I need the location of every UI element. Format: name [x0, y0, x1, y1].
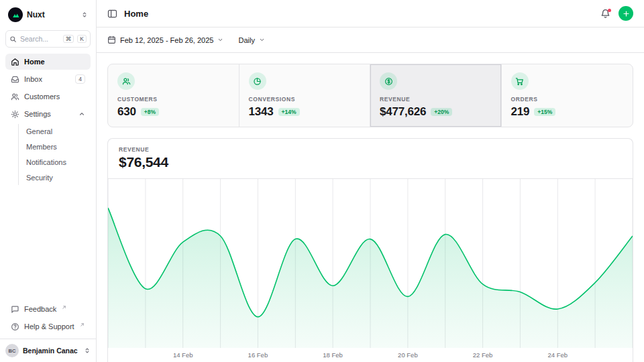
dashboard-app: Nuxt Search... ⌘ K Home	[0, 0, 644, 362]
sidebar-footer: Feedback Help & Support	[0, 298, 96, 339]
sidebar-subitem-label: Security	[26, 174, 53, 182]
svg-text:16 Feb: 16 Feb	[248, 351, 268, 359]
home-icon	[11, 58, 19, 66]
notification-dot	[608, 9, 611, 12]
filter-toolbar: Feb 12, 2025 - Feb 26, 2025 Daily	[97, 27, 644, 53]
workspace-name: Nuxt	[27, 10, 77, 19]
stat-delta-badge: +15%	[534, 108, 555, 117]
stat-label: CONVERSIONS	[249, 96, 361, 103]
svg-text:18 Feb: 18 Feb	[323, 351, 343, 359]
sidebar-item-notifications[interactable]: Notifications	[19, 155, 91, 170]
sidebar-subitem-label: Members	[26, 143, 57, 151]
chevron-down-icon	[217, 37, 223, 43]
message-bubble-icon	[11, 305, 19, 314]
stat-label: REVENUE	[380, 96, 492, 103]
sidebar-nav: Home Inbox 4 Customers Settings	[0, 51, 96, 188]
page-content: CUSTOMERS 630 +8% CONVERSIONS 1343 +14%	[97, 53, 644, 362]
chevron-up-icon	[78, 111, 85, 117]
stat-delta-badge: +20%	[431, 108, 452, 117]
kbd-meta: ⌘	[63, 35, 74, 44]
nuxt-logo-icon	[8, 7, 23, 22]
sidebar-item-security[interactable]: Security	[19, 170, 91, 185]
help-support-link[interactable]: Help & Support	[5, 318, 91, 335]
shopping-cart-icon	[511, 72, 529, 90]
sidebar-subitem-label: General	[26, 127, 52, 135]
avatar: BC	[5, 344, 19, 357]
stat-label: ORDERS	[511, 96, 624, 103]
sidebar-item-home[interactable]: Home	[5, 54, 91, 70]
question-circle-icon	[11, 322, 19, 331]
settings-submenu: General Members Notifications Security	[18, 124, 91, 185]
stat-delta-badge: +8%	[141, 108, 159, 117]
chevron-up-down-icon	[81, 11, 88, 19]
sidebar-item-label: Inbox	[24, 75, 42, 83]
sidebar-subitem-label: Notifications	[26, 158, 66, 166]
circle-dollar-icon	[380, 72, 397, 90]
svg-text:22 Feb: 22 Feb	[473, 351, 493, 359]
sidebar: Nuxt Search... ⌘ K Home	[0, 0, 97, 362]
period-select[interactable]: Daily	[238, 36, 264, 44]
svg-text:20 Feb: 20 Feb	[398, 351, 418, 359]
calendar-icon	[107, 36, 116, 44]
stat-card-revenue[interactable]: REVENUE $477,626 +20%	[370, 64, 502, 127]
chart-current-value: $76,544	[119, 154, 622, 170]
inbox-icon	[11, 75, 19, 84]
gear-icon	[11, 110, 19, 119]
sidebar-item-customers[interactable]: Customers	[5, 88, 91, 105]
svg-text:24 Feb: 24 Feb	[548, 351, 568, 359]
stat-value: $477,626	[380, 105, 426, 119]
user-menu[interactable]: BC Benjamin Canac	[0, 339, 96, 362]
stat-value: 1343	[249, 105, 274, 119]
users-icon	[11, 93, 19, 101]
search-input[interactable]: Search... ⌘ K	[5, 30, 91, 48]
inbox-count-badge: 4	[75, 74, 85, 84]
stat-card-orders[interactable]: ORDERS 219 +15%	[502, 64, 633, 127]
footer-item-label: Help & Support	[24, 322, 74, 330]
period-label: Daily	[238, 36, 254, 44]
stat-value: 219	[511, 105, 530, 119]
chart-header: REVENUE $76,544	[108, 139, 633, 179]
svg-text:14 Feb: 14 Feb	[173, 351, 193, 359]
workspace-switcher[interactable]: Nuxt	[5, 5, 91, 24]
user-name: Benjamin Canac	[23, 347, 80, 355]
main-area: Home Feb 12, 2025 - Feb 26, 2025	[97, 0, 644, 362]
pie-chart-icon	[249, 72, 266, 90]
external-link-icon	[80, 322, 85, 327]
stat-label: CUSTOMERS	[117, 96, 229, 103]
notifications-bell-icon[interactable]	[600, 9, 610, 19]
sidebar-item-label: Settings	[24, 110, 51, 118]
feedback-link[interactable]: Feedback	[5, 301, 91, 317]
date-range-picker[interactable]: Feb 12, 2025 - Feb 26, 2025	[107, 36, 223, 44]
external-link-icon	[62, 305, 66, 310]
page-header: Home	[97, 0, 644, 27]
revenue-area-chart[interactable]: 14 Feb16 Feb18 Feb20 Feb22 Feb24 Feb	[108, 179, 633, 362]
stat-delta-badge: +14%	[278, 108, 300, 117]
footer-item-label: Feedback	[24, 305, 56, 313]
search-icon	[9, 36, 17, 43]
sidebar-item-label: Customers	[24, 93, 60, 101]
chevron-up-down-icon	[84, 347, 91, 355]
page-title: Home	[124, 9, 148, 19]
revenue-chart-card: REVENUE $76,544 14 Feb16 Feb18 Feb20 Feb…	[107, 138, 633, 362]
header-actions	[600, 6, 633, 21]
sidebar-item-members[interactable]: Members	[19, 139, 91, 154]
add-button[interactable]	[619, 6, 633, 21]
chevron-down-icon	[259, 37, 265, 43]
stats-row: CUSTOMERS 630 +8% CONVERSIONS 1343 +14%	[107, 64, 633, 127]
search-placeholder: Search...	[20, 35, 60, 43]
stat-card-conversions[interactable]: CONVERSIONS 1343 +14%	[239, 64, 371, 127]
stat-card-customers[interactable]: CUSTOMERS 630 +8%	[108, 64, 239, 127]
collapse-sidebar-icon[interactable]	[107, 9, 117, 19]
sidebar-item-settings[interactable]: Settings	[5, 106, 91, 122]
sidebar-item-inbox[interactable]: Inbox 4	[5, 71, 91, 87]
kbd-k: K	[77, 35, 87, 44]
users-icon	[117, 72, 135, 90]
chart-title: REVENUE	[119, 146, 622, 153]
sidebar-item-general[interactable]: General	[19, 124, 91, 139]
stat-value: 630	[117, 105, 136, 119]
sidebar-item-label: Home	[24, 58, 45, 66]
date-range-label: Feb 12, 2025 - Feb 26, 2025	[120, 36, 213, 44]
